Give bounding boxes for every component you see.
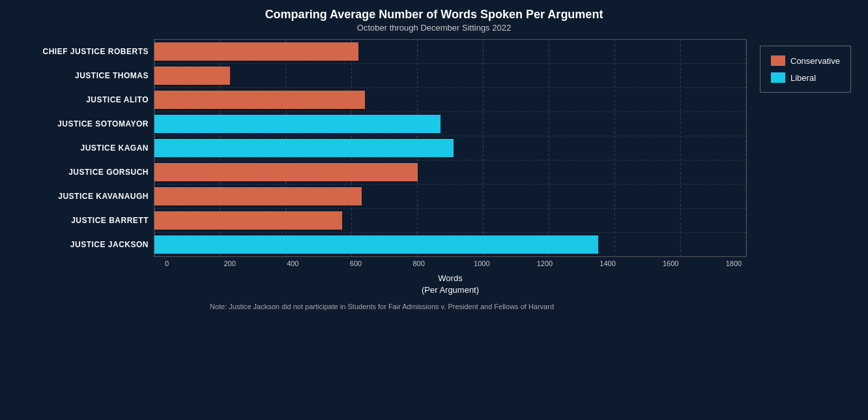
bar-row [154, 160, 746, 185]
bar-row [154, 185, 746, 209]
y-label: JUSTICE JACKSON [17, 240, 149, 249]
bar-conservative [154, 91, 365, 109]
chart-title: Comparing Average Number of Words Spoken… [265, 8, 603, 22]
bar-conservative [154, 211, 342, 230]
x-tick: 1600 [658, 260, 684, 267]
x-tick: 800 [406, 260, 432, 267]
x-axis-label: Words(Per Argument) [154, 273, 747, 296]
plot-inner [154, 39, 747, 257]
bar-conservative [154, 187, 362, 205]
y-label: JUSTICE THOMAS [17, 71, 149, 80]
liberal-color-swatch [771, 72, 785, 83]
bar-conservative [154, 67, 230, 85]
x-ticks: 020040060080010001200140016001800 [154, 257, 747, 267]
bar-row [154, 112, 746, 136]
y-label: JUSTICE BARRETT [17, 216, 149, 225]
x-tick: 200 [217, 260, 243, 267]
bar-conservative [154, 163, 418, 181]
x-tick: 1200 [532, 260, 558, 267]
y-label: JUSTICE SOTOMAYOR [17, 119, 149, 128]
bar-conservative [154, 42, 358, 61]
bar-liberal [154, 235, 598, 254]
y-label: JUSTICE ALITO [17, 95, 149, 104]
y-labels: CHIEF JUSTICE ROBERTSJUSTICE THOMASJUSTI… [17, 39, 154, 257]
legend-liberal: Liberal [771, 72, 840, 83]
y-label: JUSTICE GORSUCH [17, 168, 149, 177]
chart-container: Comparing Average Number of Words Spoken… [0, 0, 868, 420]
liberal-label: Liberal [790, 73, 816, 83]
plot-wrapper: CHIEF JUSTICE ROBERTSJUSTICE THOMASJUSTI… [17, 39, 747, 310]
bar-row [154, 136, 746, 160]
x-tick: 1400 [595, 260, 621, 267]
x-tick: 0 [154, 260, 180, 267]
conservative-label: Conservative [790, 56, 840, 66]
y-label: JUSTICE KAVANAUGH [17, 192, 149, 201]
bar-row [154, 88, 746, 112]
note: Note: Justice Jackson did not participat… [17, 303, 747, 310]
x-tick: 400 [280, 260, 306, 267]
x-tick: 600 [343, 260, 369, 267]
bars-section: CHIEF JUSTICE ROBERTSJUSTICE THOMASJUSTI… [17, 39, 747, 257]
x-axis-section: 020040060080010001200140016001800 Words(… [17, 257, 747, 296]
legend-box: Conservative Liberal [760, 46, 851, 93]
bars-rows [154, 40, 746, 256]
legend-conservative: Conservative [771, 55, 840, 66]
chart-area: CHIEF JUSTICE ROBERTSJUSTICE THOMASJUSTI… [17, 39, 851, 310]
bar-row [154, 209, 746, 233]
bar-liberal [154, 139, 454, 157]
x-tick: 1000 [469, 260, 495, 267]
bar-row [154, 40, 746, 64]
y-label: JUSTICE KAGAN [17, 143, 149, 153]
bar-liberal [154, 115, 441, 133]
conservative-color-swatch [771, 55, 785, 66]
chart-subtitle: October through December Sittings 2022 [357, 23, 511, 33]
bar-row [154, 233, 746, 256]
legend-area: Conservative Liberal [760, 39, 851, 310]
y-label: CHIEF JUSTICE ROBERTS [17, 47, 149, 56]
bar-row [154, 64, 746, 88]
x-axis: 020040060080010001200140016001800 Words(… [154, 257, 747, 296]
x-tick: 1800 [721, 260, 747, 267]
